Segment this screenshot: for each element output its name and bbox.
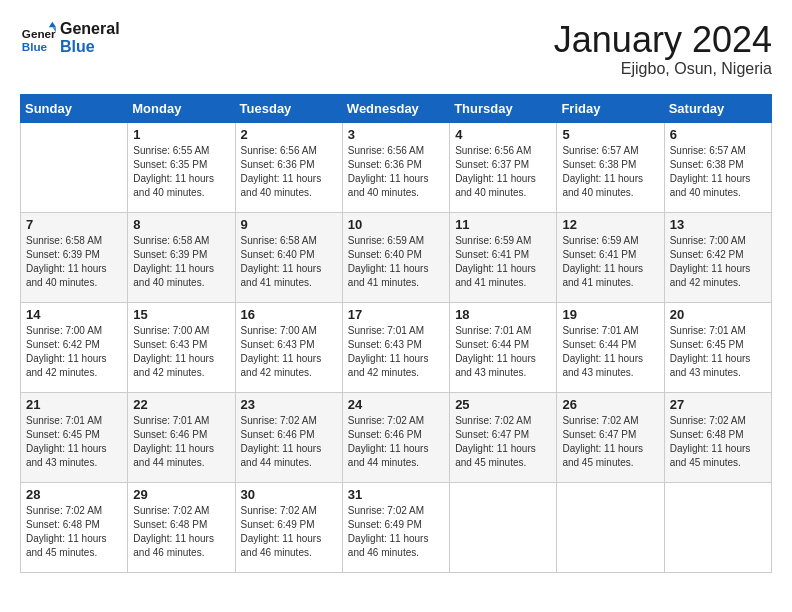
day-info: Sunrise: 7:01 AM Sunset: 6:44 PM Dayligh… — [455, 324, 551, 380]
day-info: Sunrise: 6:59 AM Sunset: 6:41 PM Dayligh… — [455, 234, 551, 290]
day-info: Sunrise: 7:02 AM Sunset: 6:46 PM Dayligh… — [241, 414, 337, 470]
calendar-cell: 6Sunrise: 6:57 AM Sunset: 6:38 PM Daylig… — [664, 122, 771, 212]
day-info: Sunrise: 7:02 AM Sunset: 6:49 PM Dayligh… — [241, 504, 337, 560]
calendar-cell: 24Sunrise: 7:02 AM Sunset: 6:46 PM Dayli… — [342, 392, 449, 482]
calendar-cell — [450, 482, 557, 572]
day-info: Sunrise: 7:00 AM Sunset: 6:42 PM Dayligh… — [26, 324, 122, 380]
day-number: 21 — [26, 397, 122, 412]
day-info: Sunrise: 6:56 AM Sunset: 6:37 PM Dayligh… — [455, 144, 551, 200]
day-info: Sunrise: 7:02 AM Sunset: 6:46 PM Dayligh… — [348, 414, 444, 470]
calendar-cell: 23Sunrise: 7:02 AM Sunset: 6:46 PM Dayli… — [235, 392, 342, 482]
day-info: Sunrise: 6:58 AM Sunset: 6:39 PM Dayligh… — [26, 234, 122, 290]
day-number: 16 — [241, 307, 337, 322]
calendar-cell: 3Sunrise: 6:56 AM Sunset: 6:36 PM Daylig… — [342, 122, 449, 212]
calendar-cell: 17Sunrise: 7:01 AM Sunset: 6:43 PM Dayli… — [342, 302, 449, 392]
day-info: Sunrise: 6:57 AM Sunset: 6:38 PM Dayligh… — [670, 144, 766, 200]
logo: General Blue General Blue — [20, 20, 120, 56]
svg-text:Blue: Blue — [22, 40, 48, 53]
calendar-cell: 2Sunrise: 6:56 AM Sunset: 6:36 PM Daylig… — [235, 122, 342, 212]
day-info: Sunrise: 7:02 AM Sunset: 6:47 PM Dayligh… — [455, 414, 551, 470]
calendar-cell: 31Sunrise: 7:02 AM Sunset: 6:49 PM Dayli… — [342, 482, 449, 572]
day-info: Sunrise: 6:56 AM Sunset: 6:36 PM Dayligh… — [348, 144, 444, 200]
day-number: 22 — [133, 397, 229, 412]
svg-text:General: General — [22, 27, 56, 40]
month-title: January 2024 — [554, 20, 772, 60]
day-number: 17 — [348, 307, 444, 322]
calendar-week-row: 14Sunrise: 7:00 AM Sunset: 6:42 PM Dayli… — [21, 302, 772, 392]
day-info: Sunrise: 7:00 AM Sunset: 6:42 PM Dayligh… — [670, 234, 766, 290]
calendar-cell: 18Sunrise: 7:01 AM Sunset: 6:44 PM Dayli… — [450, 302, 557, 392]
day-number: 19 — [562, 307, 658, 322]
calendar-cell: 30Sunrise: 7:02 AM Sunset: 6:49 PM Dayli… — [235, 482, 342, 572]
calendar-cell: 20Sunrise: 7:01 AM Sunset: 6:45 PM Dayli… — [664, 302, 771, 392]
calendar-cell: 29Sunrise: 7:02 AM Sunset: 6:48 PM Dayli… — [128, 482, 235, 572]
day-number: 13 — [670, 217, 766, 232]
day-info: Sunrise: 7:00 AM Sunset: 6:43 PM Dayligh… — [133, 324, 229, 380]
calendar-cell: 28Sunrise: 7:02 AM Sunset: 6:48 PM Dayli… — [21, 482, 128, 572]
calendar-table: SundayMondayTuesdayWednesdayThursdayFrid… — [20, 94, 772, 573]
logo-icon: General Blue — [20, 20, 56, 56]
day-number: 14 — [26, 307, 122, 322]
calendar-cell: 15Sunrise: 7:00 AM Sunset: 6:43 PM Dayli… — [128, 302, 235, 392]
day-info: Sunrise: 7:02 AM Sunset: 6:48 PM Dayligh… — [670, 414, 766, 470]
day-info: Sunrise: 7:02 AM Sunset: 6:49 PM Dayligh… — [348, 504, 444, 560]
day-header-saturday: Saturday — [664, 94, 771, 122]
day-number: 10 — [348, 217, 444, 232]
calendar-cell: 14Sunrise: 7:00 AM Sunset: 6:42 PM Dayli… — [21, 302, 128, 392]
calendar-cell: 13Sunrise: 7:00 AM Sunset: 6:42 PM Dayli… — [664, 212, 771, 302]
day-number: 15 — [133, 307, 229, 322]
calendar-cell: 26Sunrise: 7:02 AM Sunset: 6:47 PM Dayli… — [557, 392, 664, 482]
calendar-week-row: 1Sunrise: 6:55 AM Sunset: 6:35 PM Daylig… — [21, 122, 772, 212]
calendar-cell: 9Sunrise: 6:58 AM Sunset: 6:40 PM Daylig… — [235, 212, 342, 302]
day-info: Sunrise: 7:02 AM Sunset: 6:47 PM Dayligh… — [562, 414, 658, 470]
calendar-cell: 10Sunrise: 6:59 AM Sunset: 6:40 PM Dayli… — [342, 212, 449, 302]
calendar-cell: 25Sunrise: 7:02 AM Sunset: 6:47 PM Dayli… — [450, 392, 557, 482]
day-number: 4 — [455, 127, 551, 142]
day-number: 18 — [455, 307, 551, 322]
day-info: Sunrise: 6:58 AM Sunset: 6:40 PM Dayligh… — [241, 234, 337, 290]
day-info: Sunrise: 7:01 AM Sunset: 6:44 PM Dayligh… — [562, 324, 658, 380]
calendar-cell — [557, 482, 664, 572]
day-info: Sunrise: 6:59 AM Sunset: 6:41 PM Dayligh… — [562, 234, 658, 290]
day-number: 29 — [133, 487, 229, 502]
day-number: 6 — [670, 127, 766, 142]
calendar-cell: 21Sunrise: 7:01 AM Sunset: 6:45 PM Dayli… — [21, 392, 128, 482]
calendar-header-row: SundayMondayTuesdayWednesdayThursdayFrid… — [21, 94, 772, 122]
day-info: Sunrise: 7:02 AM Sunset: 6:48 PM Dayligh… — [26, 504, 122, 560]
calendar-cell: 11Sunrise: 6:59 AM Sunset: 6:41 PM Dayli… — [450, 212, 557, 302]
calendar-cell: 27Sunrise: 7:02 AM Sunset: 6:48 PM Dayli… — [664, 392, 771, 482]
day-info: Sunrise: 6:56 AM Sunset: 6:36 PM Dayligh… — [241, 144, 337, 200]
calendar-cell: 8Sunrise: 6:58 AM Sunset: 6:39 PM Daylig… — [128, 212, 235, 302]
day-info: Sunrise: 6:59 AM Sunset: 6:40 PM Dayligh… — [348, 234, 444, 290]
day-header-sunday: Sunday — [21, 94, 128, 122]
calendar-cell: 19Sunrise: 7:01 AM Sunset: 6:44 PM Dayli… — [557, 302, 664, 392]
calendar-cell — [664, 482, 771, 572]
day-number: 8 — [133, 217, 229, 232]
day-number: 28 — [26, 487, 122, 502]
calendar-cell: 5Sunrise: 6:57 AM Sunset: 6:38 PM Daylig… — [557, 122, 664, 212]
calendar-cell: 12Sunrise: 6:59 AM Sunset: 6:41 PM Dayli… — [557, 212, 664, 302]
day-info: Sunrise: 7:01 AM Sunset: 6:45 PM Dayligh… — [670, 324, 766, 380]
calendar-cell: 22Sunrise: 7:01 AM Sunset: 6:46 PM Dayli… — [128, 392, 235, 482]
calendar-cell: 16Sunrise: 7:00 AM Sunset: 6:43 PM Dayli… — [235, 302, 342, 392]
day-number: 30 — [241, 487, 337, 502]
location: Ejigbo, Osun, Nigeria — [554, 60, 772, 78]
day-number: 27 — [670, 397, 766, 412]
day-info: Sunrise: 6:58 AM Sunset: 6:39 PM Dayligh… — [133, 234, 229, 290]
calendar-week-row: 21Sunrise: 7:01 AM Sunset: 6:45 PM Dayli… — [21, 392, 772, 482]
logo-wordmark: General Blue — [60, 20, 120, 55]
day-info: Sunrise: 7:01 AM Sunset: 6:43 PM Dayligh… — [348, 324, 444, 380]
calendar-cell: 7Sunrise: 6:58 AM Sunset: 6:39 PM Daylig… — [21, 212, 128, 302]
day-number: 11 — [455, 217, 551, 232]
day-info: Sunrise: 7:00 AM Sunset: 6:43 PM Dayligh… — [241, 324, 337, 380]
day-number: 3 — [348, 127, 444, 142]
day-number: 24 — [348, 397, 444, 412]
day-info: Sunrise: 7:02 AM Sunset: 6:48 PM Dayligh… — [133, 504, 229, 560]
calendar-cell: 4Sunrise: 6:56 AM Sunset: 6:37 PM Daylig… — [450, 122, 557, 212]
page-header: General Blue General Blue January 2024 E… — [20, 20, 772, 78]
day-number: 2 — [241, 127, 337, 142]
day-number: 26 — [562, 397, 658, 412]
title-area: January 2024 Ejigbo, Osun, Nigeria — [554, 20, 772, 78]
day-number: 1 — [133, 127, 229, 142]
day-number: 7 — [26, 217, 122, 232]
